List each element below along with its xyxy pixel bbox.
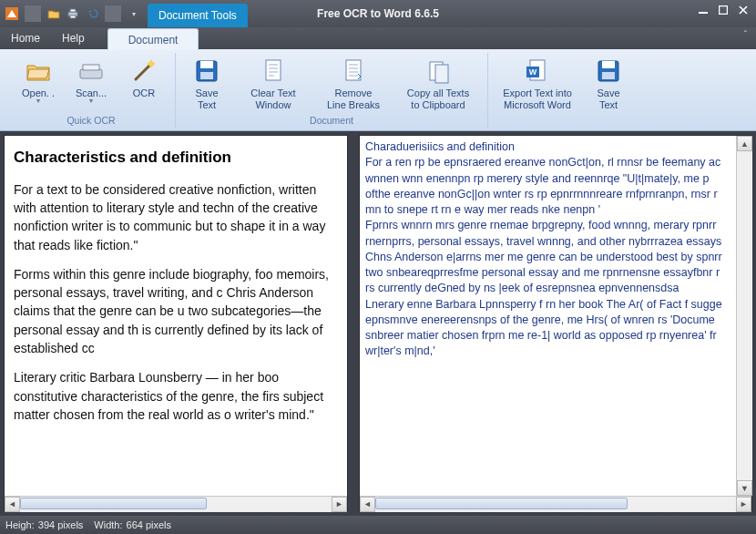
status-height-label: Heigh: (5, 519, 35, 530)
status-height-value: 394 pixels (38, 519, 84, 530)
word-export-icon: W (523, 56, 552, 86)
clear-text-button[interactable]: Clear Text Window (234, 53, 312, 115)
menu-bar: Home Help Document ˆ (0, 27, 756, 49)
ribbon: Open. . ▼ Scan... ▼ OCR Quick OCR (0, 49, 756, 131)
scroll-track[interactable] (375, 497, 736, 512)
svg-rect-7 (83, 65, 99, 70)
ocr-line: snbreer matier chosen frprn me re-1| wor… (365, 328, 733, 344)
ocr-text-area[interactable]: Charaduerisiics and definition For a ren… (360, 136, 751, 496)
qat-open-icon[interactable] (46, 5, 62, 22)
collapse-ribbon-icon[interactable]: ˆ (744, 30, 747, 40)
scroll-thumb[interactable] (375, 498, 628, 509)
app-icon (4, 5, 20, 22)
chevron-down-icon: ▼ (36, 98, 42, 104)
svg-text:W: W (529, 67, 537, 77)
ocr-line: epnsmnve enereerensnps of the genre, me … (365, 313, 733, 328)
ocr-label: OCR (133, 87, 155, 99)
ribbon-group-quick-ocr: Open. . ▼ Scan... ▼ OCR Quick OCR (7, 53, 176, 128)
scroll-down-icon[interactable]: ▼ (737, 480, 752, 496)
ocr-line: ofthe ereanve nonGc||on wnter rs rp epnr… (365, 187, 733, 202)
svg-rect-12 (266, 60, 281, 80)
remove-lb-label: Remove Line Breaks (327, 87, 380, 110)
svg-rect-2 (70, 9, 76, 12)
svg-rect-15 (435, 65, 448, 83)
hscrollbar-left[interactable]: ◄ ► (5, 496, 347, 511)
image-content: Characteristics and definition For a tex… (5, 136, 347, 496)
clear-text-label: Clear Text Window (250, 87, 295, 110)
scan-button[interactable]: Scan... ▼ (66, 53, 117, 115)
svg-rect-10 (200, 61, 213, 68)
ocr-text-pane: Charaduerisiics and definition For a ren… (359, 135, 752, 512)
save-icon (594, 56, 623, 86)
qat-dropdown-icon[interactable]: ▾ (126, 5, 142, 22)
group-label-quick-ocr: Quick OCR (66, 115, 115, 128)
minimize-button[interactable] (696, 4, 710, 16)
ocr-line: two snbeareqprresfme personal essay and … (365, 265, 733, 281)
scroll-track[interactable] (20, 497, 332, 512)
menu-help[interactable]: Help (51, 27, 96, 49)
hscrollbar-right[interactable]: ◄ ► (360, 496, 751, 511)
qat-print-icon[interactable] (65, 5, 81, 22)
save-text-2-button[interactable]: Save Text (583, 53, 634, 115)
save-icon (192, 56, 221, 86)
preview-heading: Characteristics and definition (14, 147, 338, 169)
export-word-button[interactable]: W Export Text into Microsoft Word (494, 53, 581, 115)
ocr-line: wr|ter's m|nd,' (365, 344, 733, 359)
ocr-line: wnnen wnn enennpn rp merery style and re… (365, 171, 733, 187)
wand-icon (129, 56, 158, 86)
menu-document[interactable]: Document (107, 28, 199, 50)
ocr-line: For a ren rp be epnsraered ereanve nonGc… (365, 155, 733, 170)
scroll-right-icon[interactable]: ► (332, 497, 347, 512)
open-button[interactable]: Open. . ▼ (13, 53, 64, 115)
ribbon-group-export: W Export Text into Microsoft Word Save T… (488, 53, 639, 128)
menu-home[interactable]: Home (0, 27, 51, 49)
ocr-line: rnernprrs, personal essays, travel wnnng… (365, 234, 733, 250)
folder-open-icon (24, 56, 53, 86)
ocr-line: Lnerary enne Barbara Lpnnsperry f rn her… (365, 297, 733, 313)
scroll-vtrack[interactable] (737, 151, 752, 480)
main-area: Characteristics and definition For a tex… (0, 131, 756, 516)
image-preview-pane: Characteristics and definition For a tex… (4, 135, 348, 512)
svg-rect-3 (70, 15, 76, 18)
scroll-thumb[interactable] (20, 498, 207, 509)
maximize-button[interactable] (716, 4, 730, 16)
svg-rect-20 (602, 61, 615, 68)
copy-clipboard-button[interactable]: Copy all Texts to Clipboard (394, 53, 482, 115)
ocr-line: Charaduerisiics and definition (365, 139, 733, 155)
status-bar: Heigh: 394 pixels Width: 664 pixels (0, 516, 756, 534)
window-controls (696, 4, 751, 16)
ocr-line: Chns Anderson e|arrns mer me genre can b… (365, 250, 733, 265)
remove-line-breaks-button[interactable]: Remove Line Breaks (314, 53, 393, 115)
document-linebreak-icon (339, 56, 368, 86)
quick-access-toolbar: ▾ (0, 5, 142, 22)
divider (105, 5, 121, 22)
save-text-button[interactable]: Save Text (181, 53, 232, 115)
preview-para-3: Literary critic Barbara Lounsberry — in … (14, 368, 338, 424)
svg-rect-5 (720, 6, 728, 15)
document-clear-icon (259, 56, 288, 86)
close-button[interactable] (736, 4, 751, 16)
splitter[interactable] (352, 135, 355, 512)
ocr-button[interactable]: OCR (118, 53, 169, 115)
export-word-label: Export Text into Microsoft Word (503, 87, 572, 110)
scroll-right-icon[interactable]: ► (736, 497, 751, 512)
status-width-value: 664 pixels (127, 519, 172, 530)
ribbon-group-text: Save Text Clear Text Window Remove Line … (176, 53, 488, 128)
status-width-label: Width: (94, 519, 122, 530)
qat-undo-icon[interactable] (84, 5, 100, 22)
scroll-left-icon[interactable]: ◄ (5, 497, 20, 512)
scroll-left-icon[interactable]: ◄ (360, 497, 375, 512)
vscrollbar-right[interactable]: ▲ ▼ (736, 136, 751, 496)
preview-para-1: For a text to be considered creative non… (14, 180, 338, 254)
scroll-up-icon[interactable]: ▲ (737, 136, 752, 151)
title-bar: ▾ Document Tools Free OCR to Word 6.6.5 (0, 0, 756, 27)
clipboard-icon (424, 56, 453, 86)
chevron-down-icon: ▼ (88, 98, 95, 104)
copy-clipboard-label: Copy all Texts to Clipboard (407, 87, 469, 110)
save-text-2-label: Save Text (597, 87, 619, 110)
ocr-line: mn to snepe rt rn e way mer reads nke ne… (365, 202, 733, 218)
context-tab-document-tools: Document Tools (148, 4, 248, 27)
save-text-label: Save Text (195, 87, 218, 110)
svg-rect-4 (699, 12, 708, 14)
scanner-icon (77, 56, 106, 86)
